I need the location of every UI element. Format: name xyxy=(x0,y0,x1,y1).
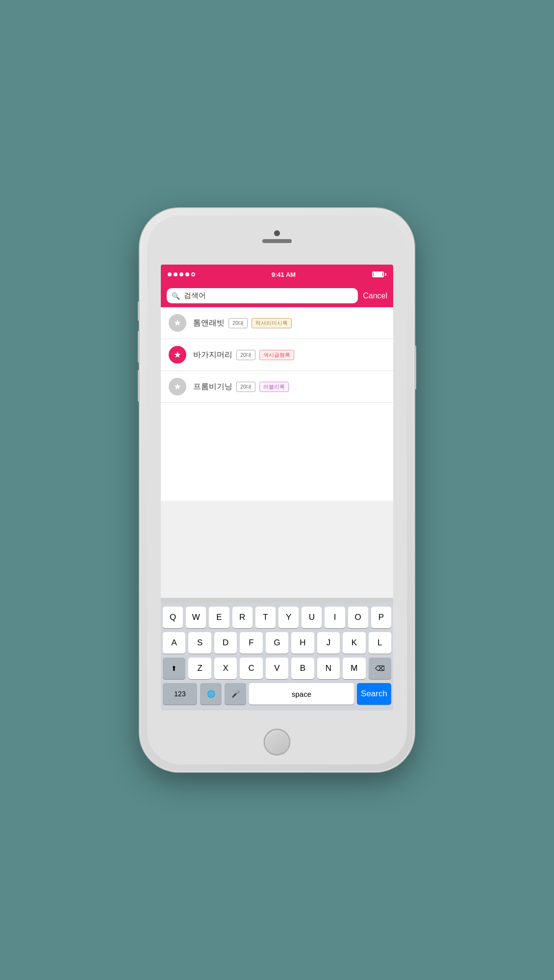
result-item-1[interactable]: ★ 톰앤래빗 20대 럭셔리미시록 xyxy=(161,307,393,339)
globe-key[interactable]: 🌐 xyxy=(200,683,222,705)
tag-style-1: 럭셔리미시록 xyxy=(252,318,292,328)
key-m[interactable]: M xyxy=(343,658,365,679)
search-input[interactable]: 검색어 xyxy=(184,291,353,300)
results-list: ★ 톰앤래빗 20대 럭셔리미시록 ★ 바가지머리 xyxy=(161,307,393,598)
space-key[interactable]: space xyxy=(249,683,354,705)
signal-dot-4 xyxy=(185,272,189,276)
key-h[interactable]: H xyxy=(291,632,314,654)
star-icon-3[interactable]: ★ xyxy=(169,378,186,395)
tag-age-1: 20대 xyxy=(228,318,248,328)
key-a[interactable]: A xyxy=(163,632,185,654)
result-item-3[interactable]: ★ 프롬비기닝 20대 러블리록 xyxy=(161,371,393,403)
empty-results-area xyxy=(161,403,393,501)
signal-dots xyxy=(168,272,195,276)
key-v[interactable]: V xyxy=(266,658,288,679)
key-f[interactable]: F xyxy=(240,632,262,654)
keyboard-separator xyxy=(161,598,393,603)
search-bar: 🔍 검색어 Cancel xyxy=(161,284,393,307)
numbers-key[interactable]: 123 xyxy=(163,683,197,705)
signal-dot-2 xyxy=(174,272,177,276)
camera xyxy=(274,230,280,236)
cancel-button[interactable]: Cancel xyxy=(363,292,387,300)
star-icon-1[interactable]: ★ xyxy=(169,314,186,332)
key-o[interactable]: O xyxy=(348,607,368,628)
key-w[interactable]: W xyxy=(186,607,206,628)
key-s[interactable]: S xyxy=(188,632,211,654)
status-time: 9:41 AM xyxy=(272,271,296,278)
search-key[interactable]: Search xyxy=(357,683,391,705)
key-i[interactable]: I xyxy=(325,607,345,628)
home-button[interactable] xyxy=(264,729,291,756)
speaker xyxy=(262,239,292,243)
mic-key[interactable]: 🎤 xyxy=(225,683,246,705)
item-name-3: 프롬비기닝 xyxy=(193,382,232,392)
key-y[interactable]: Y xyxy=(278,607,299,628)
key-e[interactable]: E xyxy=(209,607,229,628)
key-z[interactable]: Z xyxy=(188,658,211,679)
shift-key[interactable]: ⬆ xyxy=(163,658,185,679)
tag-style-3: 러블리록 xyxy=(259,382,289,392)
battery-icon xyxy=(372,271,386,277)
screen: 9:41 AM 🔍 검색어 Cancel xyxy=(161,265,393,710)
keyboard-row-4: 123 🌐 🎤 space Search xyxy=(163,683,391,705)
key-l[interactable]: L xyxy=(369,632,391,654)
key-k[interactable]: K xyxy=(343,632,365,654)
item-info-2: 바가지머리 20대 섹시글램록 xyxy=(193,350,294,360)
signal-dot-5 xyxy=(191,272,195,276)
key-b[interactable]: B xyxy=(291,658,314,679)
key-u[interactable]: U xyxy=(302,607,322,628)
phone-top xyxy=(262,230,292,243)
item-name-2: 바가지머리 xyxy=(193,350,232,360)
volume-down-button[interactable] xyxy=(138,370,140,402)
key-g[interactable]: G xyxy=(266,632,288,654)
result-item-2[interactable]: ★ 바가지머리 20대 섹시글램록 xyxy=(161,339,393,371)
search-input-wrapper[interactable]: 🔍 검색어 xyxy=(167,288,358,303)
keyboard-row-2: A S D F G H J K L xyxy=(163,632,391,654)
key-r[interactable]: R xyxy=(232,607,252,628)
key-c[interactable]: C xyxy=(240,658,262,679)
signal-dot-1 xyxy=(168,272,172,276)
status-bar: 9:41 AM xyxy=(161,265,393,284)
key-p[interactable]: P xyxy=(371,607,391,628)
power-button[interactable] xyxy=(414,345,416,390)
item-info-1: 톰앤래빗 20대 럭셔리미시록 xyxy=(193,318,292,328)
key-d[interactable]: D xyxy=(214,632,237,654)
keyboard-row-1: Q W E R T Y U I O P xyxy=(163,607,391,628)
keyboard-row-3: ⬆ Z X C V B N M ⌫ xyxy=(163,658,391,679)
item-info-3: 프롬비기닝 20대 러블리록 xyxy=(193,382,289,392)
key-t[interactable]: T xyxy=(255,607,276,628)
phone-inner: 9:41 AM 🔍 검색어 Cancel xyxy=(147,216,407,764)
mute-button[interactable] xyxy=(138,301,140,321)
item-name-1: 톰앤래빗 xyxy=(193,318,225,328)
volume-up-button[interactable] xyxy=(138,331,140,363)
delete-key[interactable]: ⌫ xyxy=(369,658,391,679)
signal-dot-3 xyxy=(179,272,183,276)
key-x[interactable]: X xyxy=(214,658,237,679)
key-q[interactable]: Q xyxy=(163,607,183,628)
key-n[interactable]: N xyxy=(317,658,340,679)
phone-frame: 9:41 AM 🔍 검색어 Cancel xyxy=(140,208,414,772)
tag-age-3: 20대 xyxy=(236,382,255,392)
tag-age-2: 20대 xyxy=(236,350,255,360)
keyboard: Q W E R T Y U I O P A S xyxy=(161,603,393,710)
key-j[interactable]: J xyxy=(317,632,340,654)
search-icon: 🔍 xyxy=(172,292,180,300)
tag-style-2: 섹시글램록 xyxy=(259,350,294,360)
star-icon-2[interactable]: ★ xyxy=(169,346,186,364)
